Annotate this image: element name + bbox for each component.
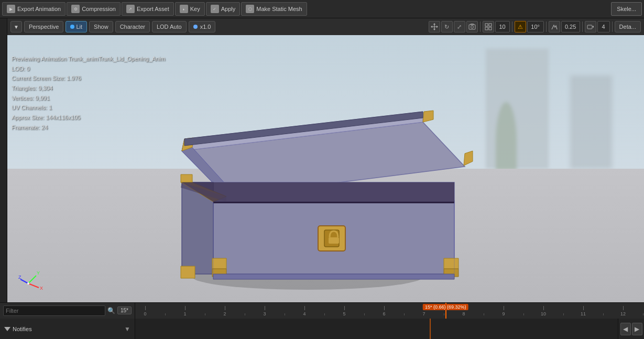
svg-marker-19: [212, 258, 226, 269]
perspective-button[interactable]: Perspective: [24, 21, 63, 32]
export-animation-label: Export Animation: [17, 6, 61, 12]
viewport-canvas: Previewing Animation Trunk_animTrunk_Lid…: [7, 35, 644, 302]
svg-marker-14: [464, 151, 473, 166]
scale-button[interactable]: x1.0: [189, 21, 216, 32]
dropdown-icon: ▼: [14, 24, 19, 30]
key-icon: ⬧: [180, 5, 188, 13]
info-overlay: Previewing Animation Trunk_animTrunk_Lid…: [12, 54, 165, 133]
snap-icon-button[interactable]: [549, 21, 560, 32]
info-line-8: Framerate: 24: [12, 123, 165, 133]
info-line-6: UV Channels: 1: [12, 103, 165, 113]
svg-point-41: [27, 282, 29, 285]
rotation-snap-field[interactable]: 10°: [527, 21, 544, 32]
key-button[interactable]: ⬧ Key: [175, 2, 205, 16]
vp-separator-3: [546, 21, 547, 32]
move-icon-button[interactable]: [429, 21, 440, 32]
notifies-expand-icon[interactable]: [4, 327, 10, 331]
apply-button[interactable]: ✓ Apply: [206, 2, 241, 16]
export-animation-icon: ▶: [7, 5, 15, 13]
svg-line-37: [28, 276, 36, 283]
lit-dot: [70, 25, 74, 29]
nav-arrows: ◀ ▶: [618, 319, 644, 339]
show-label: Show: [94, 24, 108, 30]
svg-line-35: [28, 283, 39, 288]
ruler-mark: [434, 313, 454, 316]
info-line-1: Previewing Animation Trunk_animTrunk_Lid…: [12, 54, 165, 64]
rotate-icon-button[interactable]: ↻: [441, 21, 453, 32]
svg-rect-6: [489, 27, 492, 30]
lit-button[interactable]: Lit: [66, 21, 87, 32]
make-static-mesh-button[interactable]: ⬡ Make Static Mesh: [241, 2, 307, 16]
top-toolbar: ▶ Export Animation ⚙ Compression ↗ Expor…: [0, 0, 644, 18]
lod-button[interactable]: LOD Auto: [152, 21, 187, 32]
info-line-4: Triangles: 9,304: [12, 83, 165, 93]
nav-left-icon: ◀: [623, 325, 628, 333]
nav-right-icon: ▶: [635, 325, 639, 333]
playhead-label: 15* (0.66) (69.32%): [423, 304, 468, 310]
viewport-topbar: ▼ Perspective Lit Show Character LOD Aut…: [7, 18, 644, 35]
svg-marker-13: [423, 111, 433, 122]
ruler-mark: 1: [175, 306, 195, 316]
camera-num-field[interactable]: 4: [597, 21, 610, 32]
warning-icon-button[interactable]: ⚠: [515, 21, 526, 32]
svg-point-1: [471, 26, 473, 28]
svg-text:X: X: [40, 286, 43, 291]
timeline-ruler[interactable]: 012345678910111213141516171819202122 15*…: [135, 303, 644, 319]
info-line-7: Approx Size: 144x116x105: [12, 113, 165, 123]
ruler-mark: [633, 313, 644, 316]
main-area: ▼ Perspective Lit Show Character LOD Aut…: [0, 18, 644, 302]
ruler-mark: 10: [533, 306, 553, 316]
timeline-bottom: Notifies ▼ ◀ ▶: [0, 319, 644, 339]
nav-left-button[interactable]: ◀: [620, 323, 631, 335]
notifies-label: Notifies: [13, 326, 32, 332]
bg-building-1: [486, 49, 549, 169]
ruler-mark: [235, 313, 255, 316]
ruler-mark: [195, 313, 215, 316]
vp-separator-5: [612, 21, 613, 32]
svg-marker-21: [444, 258, 459, 269]
info-line-5: Vertices: 9,991: [12, 93, 165, 103]
svg-rect-27: [329, 237, 339, 244]
ruler-marks: 012345678910111213141516171819202122: [135, 303, 644, 319]
svg-rect-3: [485, 24, 488, 26]
ruler-mark: [553, 313, 573, 316]
snap-value-field[interactable]: 0.25: [561, 21, 580, 32]
camera2-icon-button[interactable]: [585, 21, 596, 32]
info-line-3: Current Screen Size: 1.976: [12, 73, 165, 83]
viewport[interactable]: ▼ Perspective Lit Show Character LOD Aut…: [7, 18, 644, 302]
timeline-tracks[interactable]: [135, 319, 618, 339]
svg-rect-4: [489, 24, 492, 26]
ruler-mark: [474, 313, 494, 316]
scale-icon-button[interactable]: ⤢: [454, 21, 465, 32]
notifies-bar: Notifies ▼: [0, 319, 135, 339]
export-asset-icon: ↗: [126, 5, 135, 13]
nav-right-button[interactable]: ▶: [632, 323, 642, 335]
lod-label: LOD Auto: [157, 24, 182, 30]
ruler-mark: [314, 313, 334, 316]
chest-3d-model: [124, 70, 491, 290]
grid-icon-button[interactable]: [483, 21, 494, 32]
camera-icon-button[interactable]: [466, 21, 478, 32]
info-line-2: LOD: 0: [12, 64, 165, 74]
details-label-button[interactable]: Deta...: [615, 21, 641, 32]
vp-separator-4: [582, 21, 583, 32]
scale-label: x1.0: [200, 24, 211, 30]
show-button[interactable]: Show: [89, 21, 113, 32]
ruler-mark: 3: [255, 306, 275, 316]
rotation-snap-value: 10°: [531, 24, 540, 30]
export-asset-button[interactable]: ↗ Export Asset: [122, 2, 174, 16]
ruler-mark: 11: [573, 306, 593, 316]
snap-value: 0.25: [565, 24, 576, 30]
filter-bar: 🔍 15*: [0, 303, 135, 319]
notifies-dropdown-icon[interactable]: ▼: [124, 325, 130, 333]
skeleton-tab[interactable]: Skele...: [611, 2, 642, 16]
compression-button[interactable]: ⚙ Compression: [67, 2, 121, 16]
playhead[interactable]: 15* (0.66) (69.32%): [445, 303, 446, 319]
perspective-label: Perspective: [29, 24, 59, 30]
grid-size-value: 10: [499, 24, 505, 30]
grid-size-field[interactable]: 10: [495, 21, 510, 32]
character-button[interactable]: Character: [115, 21, 150, 32]
viewport-dropdown[interactable]: ▼: [10, 21, 22, 32]
export-animation-button[interactable]: ▶ Export Animation: [2, 2, 66, 16]
filter-input[interactable]: [3, 305, 105, 316]
